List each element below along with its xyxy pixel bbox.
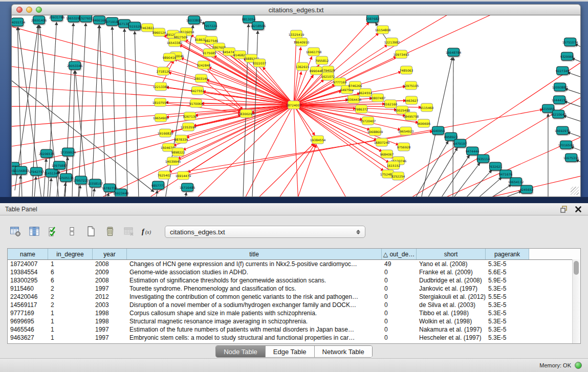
graph-node[interactable]: 2087682: [366, 15, 379, 23]
graph-node[interactable]: 9463627: [405, 96, 418, 105]
network-graph-canvas[interactable]: 1872400774638228960124891295418226058982…: [11, 15, 581, 197]
graph-node[interactable]: 7955812: [316, 56, 328, 65]
graph-node[interactable]: 2803144: [195, 74, 207, 83]
graph-node[interactable]: 19654923: [400, 127, 412, 136]
window-resize-grip[interactable]: [571, 187, 579, 195]
graph-node[interactable]: 7485063: [400, 66, 412, 75]
graph-node[interactable]: 15692971: [556, 126, 569, 135]
graph-node[interactable]: 17957223: [75, 176, 87, 185]
graph-node[interactable]: 1640954: [432, 126, 444, 135]
column-header-pagerank[interactable]: pagerank: [486, 249, 529, 259]
table-row[interactable]: 1872400712008Changes of HCN gene express…: [8, 260, 580, 268]
graph-node[interactable]: 12353594: [182, 123, 194, 132]
graph-node[interactable]: 12975105: [405, 81, 417, 90]
graph-node[interactable]: 8252254: [392, 172, 404, 181]
graph-node[interactable]: 6479197: [454, 139, 466, 148]
graph-node[interactable]: 9857771: [152, 181, 164, 190]
table-row[interactable]: 946362711997Embryonic stem cells: a mode…: [8, 334, 580, 342]
graph-node[interactable]: 2935114: [477, 155, 489, 163]
graph-node[interactable]: 9242848: [198, 61, 210, 70]
graph-node[interactable]: 19166829: [159, 129, 171, 138]
show-columns-button[interactable]: [27, 225, 41, 239]
graph-node[interactable]: 7957224: [204, 21, 216, 30]
graph-node[interactable]: 16543382: [168, 38, 181, 47]
table-row[interactable]: 911546021997Tourette syndrome. Phenomeno…: [8, 285, 580, 293]
graph-node[interactable]: 11156803: [15, 166, 27, 175]
select-all-button[interactable]: [46, 225, 60, 239]
graph-node[interactable]: 8466160: [93, 16, 105, 25]
graph-node[interactable]: 7515520: [128, 22, 141, 31]
graph-node[interactable]: 18724007: [288, 101, 300, 110]
column-header-short[interactable]: short: [417, 249, 486, 259]
graph-node[interactable]: 16914479: [177, 171, 189, 180]
graph-node[interactable]: 9474444: [466, 147, 478, 156]
table-row[interactable]: 946554611997Estimation of the future num…: [8, 325, 580, 334]
graph-node[interactable]: 18640910: [295, 38, 308, 47]
network-window-titlebar[interactable]: citations_edges.txt: [11, 4, 581, 15]
graph-node[interactable]: 1362615: [296, 62, 309, 71]
graph-node[interactable]: 18107554: [154, 98, 166, 107]
graph-node[interactable]: 9175685: [203, 49, 215, 57]
graph-node[interactable]: 16961758: [308, 48, 320, 56]
column-header-out_de[interactable]: △ out_de…: [382, 249, 417, 259]
table-row[interactable]: 1830029562008Estimation of significance …: [8, 276, 580, 285]
table-vertical-scrollbar[interactable]: [572, 259, 580, 343]
graph-node[interactable]: 16210643: [552, 110, 564, 119]
graph-node[interactable]: 20053346: [69, 61, 81, 70]
scrollbar-thumb[interactable]: [574, 261, 579, 275]
graph-node[interactable]: 20206535: [40, 149, 53, 158]
graph-node[interactable]: 11451344: [46, 169, 58, 178]
column-header-year[interactable]: year: [93, 249, 127, 259]
tab-network-table[interactable]: Network Table: [315, 346, 372, 357]
graph-node[interactable]: 12213987: [386, 38, 398, 47]
close-panel-icon[interactable]: [574, 205, 583, 214]
graph-node[interactable]: 15923448: [115, 189, 127, 198]
graph-node[interactable]: 9329966: [561, 52, 573, 61]
table-row[interactable]: 2242004622012Investigating the contribut…: [8, 293, 580, 301]
graph-node[interactable]: 9115460: [421, 103, 433, 112]
new-column-button[interactable]: [84, 225, 98, 239]
graph-node[interactable]: 12444151: [553, 96, 565, 104]
graph-node[interactable]: 1615152: [387, 161, 400, 170]
graph-node[interactable]: 12093887: [554, 83, 566, 92]
graph-node[interactable]: 18495758: [405, 112, 417, 121]
graph-node[interactable]: 9227349: [556, 67, 569, 75]
graph-node[interactable]: 19384554: [312, 136, 324, 144]
float-panel-icon[interactable]: [559, 205, 569, 214]
graph-node[interactable]: 9684067: [381, 150, 393, 159]
graph-node[interactable]: 15716485: [181, 183, 193, 192]
close-window-icon[interactable]: [16, 7, 23, 13]
graph-node[interactable]: 1527602: [80, 15, 92, 23]
graph-node[interactable]: 24055724: [11, 18, 24, 27]
graph-node[interactable]: 8322037: [253, 59, 266, 68]
graph-node[interactable]: 1621072: [322, 72, 334, 81]
graph-node[interactable]: 9699695: [418, 119, 430, 128]
table-row[interactable]: 969969511998Structural magnetic resonanc…: [8, 317, 580, 325]
graph-node[interactable]: 8267130: [184, 112, 196, 121]
graph-node[interactable]: 10688609: [369, 127, 381, 136]
graph-node[interactable]: 14039945: [167, 157, 179, 166]
minimize-window-icon[interactable]: [26, 7, 32, 13]
graph-node[interactable]: 17942757: [30, 167, 42, 176]
graph-node[interactable]: 8427552: [191, 86, 204, 95]
graph-node[interactable]: 7986372: [355, 105, 367, 114]
column-header-in_degree[interactable]: in_degree: [48, 249, 93, 259]
graph-node[interactable]: 20364436: [347, 95, 360, 104]
graph-node[interactable]: 10975887: [53, 161, 66, 170]
table-row[interactable]: 977716911998Corpus callosum shape and si…: [8, 309, 580, 317]
unselect-all-button[interactable]: [65, 225, 79, 239]
table-selector-dropdown[interactable]: citations_edges.txt: [165, 226, 365, 238]
graph-node[interactable]: 15751074: [564, 38, 576, 47]
graph-node[interactable]: 12505135: [60, 173, 72, 182]
graph-node[interactable]: 16154808: [377, 26, 389, 34]
graph-node[interactable]: 8471676: [499, 170, 512, 179]
graph-node[interactable]: 10654112: [510, 178, 522, 186]
tab-node-table[interactable]: Node Table: [216, 346, 266, 357]
column-header-title[interactable]: title: [127, 249, 382, 259]
graph-node[interactable]: 7625402: [158, 171, 170, 180]
graph-node[interactable]: 12213383: [155, 82, 167, 91]
graph-node[interactable]: 16648784: [447, 48, 460, 57]
graph-node[interactable]: 16033809: [188, 16, 200, 25]
memory-status-icon[interactable]: [575, 362, 582, 369]
graph-node[interactable]: 8162160: [384, 100, 397, 108]
